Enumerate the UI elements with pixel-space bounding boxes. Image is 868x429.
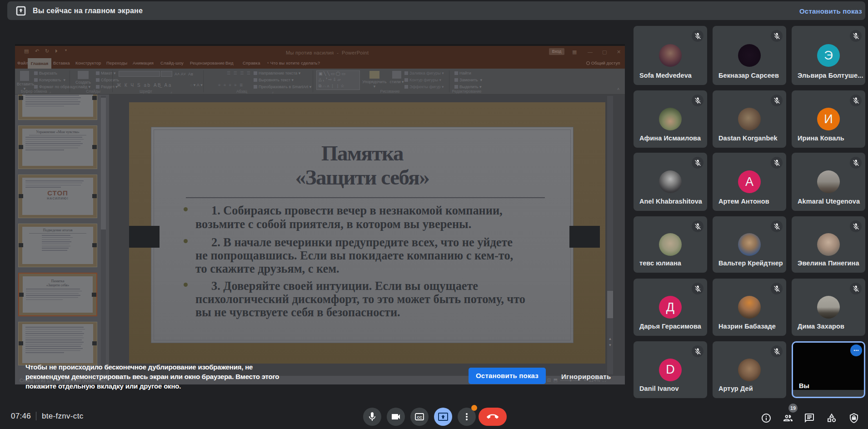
svg-text:CC: CC [417, 415, 422, 419]
